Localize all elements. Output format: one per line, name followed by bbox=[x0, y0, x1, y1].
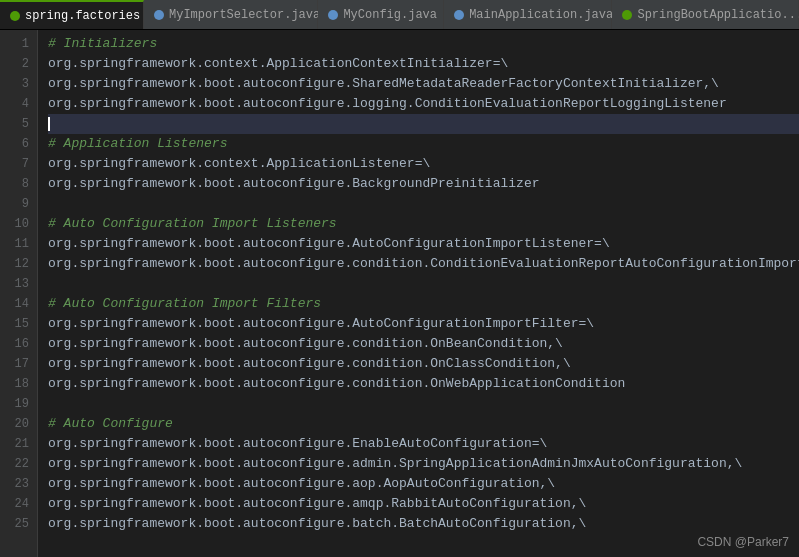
line-num-12: 12 bbox=[4, 254, 29, 274]
comment-text-14: # Auto Configuration Import Filters bbox=[48, 294, 321, 314]
code-line-23: org.springframework.boot.autoconfigure.a… bbox=[48, 474, 799, 494]
line-num-15: 15 bbox=[4, 314, 29, 334]
code-text-25: org.springframework.boot.autoconfigure.b… bbox=[48, 514, 586, 534]
comment-text-6: # Application Listeners bbox=[48, 134, 227, 154]
comment-text-1: # Initializers bbox=[48, 34, 157, 54]
tab-label-my-import-selector: MyImportSelector.java bbox=[169, 8, 320, 22]
code-text-4: org.springframework.boot.autoconfigure.l… bbox=[48, 94, 727, 114]
code-text-12: org.springframework.boot.autoconfigure.c… bbox=[48, 254, 799, 274]
tab-icon-main-application bbox=[454, 10, 464, 20]
code-line-5 bbox=[48, 114, 799, 134]
code-text-24: org.springframework.boot.autoconfigure.a… bbox=[48, 494, 586, 514]
code-text-11: org.springframework.boot.autoconfigure.A… bbox=[48, 234, 610, 254]
line-num-10: 10 bbox=[4, 214, 29, 234]
line-num-19: 19 bbox=[4, 394, 29, 414]
tab-icon-my-config bbox=[328, 10, 338, 20]
line-num-24: 24 bbox=[4, 494, 29, 514]
line-num-3: 3 bbox=[4, 74, 29, 94]
tab-label-main-application: MainApplication.java bbox=[469, 8, 613, 22]
code-text-8: org.springframework.boot.autoconfigure.B… bbox=[48, 174, 539, 194]
code-line-3: org.springframework.boot.autoconfigure.S… bbox=[48, 74, 799, 94]
code-line-6: # Application Listeners bbox=[48, 134, 799, 154]
comment-text-20: # Auto Configure bbox=[48, 414, 173, 434]
line-num-11: 11 bbox=[4, 234, 29, 254]
line-num-2: 2 bbox=[4, 54, 29, 74]
line-num-25: 25 bbox=[4, 514, 29, 534]
code-line-21: org.springframework.boot.autoconfigure.E… bbox=[48, 434, 799, 454]
code-line-13 bbox=[48, 274, 799, 294]
code-text-2: org.springframework.context.ApplicationC… bbox=[48, 54, 508, 74]
tab-icon-spring-boot-application bbox=[622, 10, 632, 20]
code-line-2: org.springframework.context.ApplicationC… bbox=[48, 54, 799, 74]
code-line-1: # Initializers bbox=[48, 34, 799, 54]
code-text-18: org.springframework.boot.autoconfigure.c… bbox=[48, 374, 625, 394]
tab-my-config[interactable]: MyConfig.java× bbox=[318, 0, 444, 29]
tab-label-spring-boot-application: SpringBootApplicatio... bbox=[637, 8, 799, 22]
line-num-4: 4 bbox=[4, 94, 29, 114]
line-num-13: 13 bbox=[4, 274, 29, 294]
tab-label-my-config: MyConfig.java bbox=[343, 8, 437, 22]
code-line-7: org.springframework.context.ApplicationL… bbox=[48, 154, 799, 174]
tab-label-spring-factories: spring.factories bbox=[25, 9, 140, 23]
line-num-14: 14 bbox=[4, 294, 29, 314]
code-line-16: org.springframework.boot.autoconfigure.c… bbox=[48, 334, 799, 354]
code-text-3: org.springframework.boot.autoconfigure.S… bbox=[48, 74, 719, 94]
comment-text-10: # Auto Configuration Import Listeners bbox=[48, 214, 337, 234]
code-line-20: # Auto Configure bbox=[48, 414, 799, 434]
line-num-20: 20 bbox=[4, 414, 29, 434]
code-text-7: org.springframework.context.ApplicationL… bbox=[48, 154, 430, 174]
code-line-15: org.springframework.boot.autoconfigure.A… bbox=[48, 314, 799, 334]
code-text-21: org.springframework.boot.autoconfigure.E… bbox=[48, 434, 547, 454]
code-content[interactable]: # Initializersorg.springframework.contex… bbox=[38, 30, 799, 557]
line-num-17: 17 bbox=[4, 354, 29, 374]
line-num-7: 7 bbox=[4, 154, 29, 174]
code-line-9 bbox=[48, 194, 799, 214]
line-num-23: 23 bbox=[4, 474, 29, 494]
line-num-9: 9 bbox=[4, 194, 29, 214]
line-num-21: 21 bbox=[4, 434, 29, 454]
tab-spring-factories[interactable]: spring.factories× bbox=[0, 0, 144, 29]
code-line-14: # Auto Configuration Import Filters bbox=[48, 294, 799, 314]
code-line-25: org.springframework.boot.autoconfigure.b… bbox=[48, 514, 799, 534]
code-text-23: org.springframework.boot.autoconfigure.a… bbox=[48, 474, 555, 494]
code-line-11: org.springframework.boot.autoconfigure.A… bbox=[48, 234, 799, 254]
code-line-12: org.springframework.boot.autoconfigure.c… bbox=[48, 254, 799, 274]
code-text-15: org.springframework.boot.autoconfigure.A… bbox=[48, 314, 594, 334]
code-line-18: org.springframework.boot.autoconfigure.c… bbox=[48, 374, 799, 394]
tab-spring-boot-application[interactable]: SpringBootApplicatio...× bbox=[612, 0, 799, 29]
code-line-17: org.springframework.boot.autoconfigure.c… bbox=[48, 354, 799, 374]
tab-main-application[interactable]: MainApplication.java× bbox=[444, 0, 612, 29]
tab-icon-my-import-selector bbox=[154, 10, 164, 20]
code-line-10: # Auto Configuration Import Listeners bbox=[48, 214, 799, 234]
line-num-5: 5 bbox=[4, 114, 29, 134]
line-num-18: 18 bbox=[4, 374, 29, 394]
line-numbers: 1234567891011121314151617181920212223242… bbox=[0, 30, 38, 557]
code-line-19 bbox=[48, 394, 799, 414]
code-text-22: org.springframework.boot.autoconfigure.a… bbox=[48, 454, 742, 474]
text-cursor bbox=[48, 117, 50, 131]
line-num-16: 16 bbox=[4, 334, 29, 354]
code-line-24: org.springframework.boot.autoconfigure.a… bbox=[48, 494, 799, 514]
line-num-1: 1 bbox=[4, 34, 29, 54]
code-line-4: org.springframework.boot.autoconfigure.l… bbox=[48, 94, 799, 114]
code-line-8: org.springframework.boot.autoconfigure.B… bbox=[48, 174, 799, 194]
code-line-22: org.springframework.boot.autoconfigure.a… bbox=[48, 454, 799, 474]
line-num-22: 22 bbox=[4, 454, 29, 474]
code-text-17: org.springframework.boot.autoconfigure.c… bbox=[48, 354, 571, 374]
code-area: 1234567891011121314151617181920212223242… bbox=[0, 30, 799, 557]
code-text-16: org.springframework.boot.autoconfigure.c… bbox=[48, 334, 563, 354]
tab-icon-spring-factories bbox=[10, 11, 20, 21]
tab-my-import-selector[interactable]: MyImportSelector.java× bbox=[144, 0, 318, 29]
line-num-6: 6 bbox=[4, 134, 29, 154]
line-num-8: 8 bbox=[4, 174, 29, 194]
tab-bar: spring.factories×MyImportSelector.java×M… bbox=[0, 0, 799, 30]
